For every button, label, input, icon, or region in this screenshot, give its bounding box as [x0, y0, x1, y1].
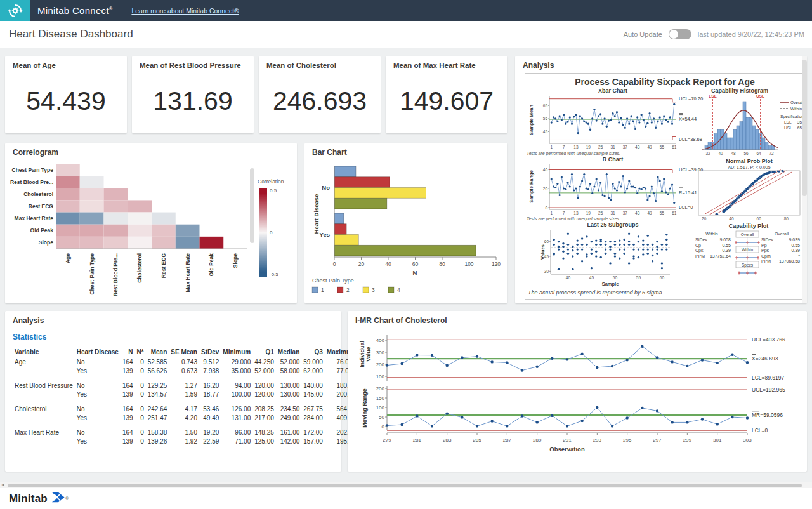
correlogram-scroll-thumb[interactable] — [250, 168, 254, 243]
table-cell: 4.17 — [169, 404, 199, 413]
svg-text:Cp: Cp — [695, 243, 701, 248]
kpi-value: 54.439 — [5, 86, 127, 116]
table-cell: 139.26 — [146, 437, 169, 446]
table-cell: 0 — [135, 413, 146, 422]
table-cell: Rest Blood Pressure — [13, 381, 75, 390]
table-cell: 139 — [121, 413, 135, 422]
sixpack-scroll-thumb[interactable] — [802, 60, 807, 196]
table-cell: 0 — [135, 390, 146, 399]
svg-text:137068.58: 137068.58 — [779, 259, 800, 263]
svg-text:Individual: Individual — [359, 341, 365, 367]
column-header: SE Mean — [169, 347, 199, 357]
table-cell: 9.512 — [199, 357, 221, 367]
table-cell: 134.57 — [146, 390, 169, 399]
svg-text:48: 48 — [731, 151, 736, 155]
table-row: AgeNo164052.5850.7439.51229.00044.25052.… — [13, 357, 358, 367]
svg-text:Old Peak: Old Peak — [208, 253, 214, 277]
table-group-gap — [13, 399, 358, 404]
minitab-connect-logo[interactable] — [0, 0, 30, 21]
svg-text:UCL=192.965: UCL=192.965 — [752, 387, 785, 393]
svg-text:Chest Pain Type: Chest Pain Type — [312, 277, 354, 284]
panel-title: I-MR Chart of Cholesterol — [355, 316, 447, 325]
svg-text:Cholesterol: Cholesterol — [23, 191, 53, 197]
kpi-value: 149.607 — [386, 86, 508, 116]
svg-text:0: 0 — [382, 424, 385, 430]
svg-text:Cpk: Cpk — [695, 248, 704, 253]
table-cell: 158.38 — [146, 428, 169, 437]
svg-text:Rest Blood Pre...: Rest Blood Pre... — [112, 253, 119, 296]
svg-text:40: 40 — [543, 168, 548, 172]
table-cell: 164 — [121, 357, 135, 367]
learn-more-link[interactable]: Learn more about Minitab Connect® — [131, 7, 239, 15]
svg-text:137752.64: 137752.64 — [710, 254, 731, 258]
table-cell: 44.250 — [252, 357, 276, 367]
table-cell: 0 — [135, 357, 146, 367]
svg-text:285: 285 — [473, 437, 481, 443]
analysis-sixpack-panel: Analysis Process Capability Sixpack Repo… — [515, 56, 807, 303]
svg-text:0.5: 0.5 — [270, 188, 277, 194]
svg-text:80: 80 — [784, 216, 789, 221]
svg-text:60: 60 — [757, 216, 762, 221]
svg-text:61: 61 — [672, 145, 677, 149]
minitab-arrow-logo-icon — [51, 491, 65, 506]
svg-text:200: 200 — [376, 362, 385, 367]
table-cell: 53.46 — [199, 404, 221, 413]
svg-text:Process Capability Sixpack Rep: Process Capability Sixpack Report for Ag… — [575, 77, 755, 87]
svg-text:No: No — [322, 184, 330, 191]
column-header: Minimum — [221, 347, 252, 357]
svg-text:55: 55 — [660, 211, 665, 215]
svg-text:301: 301 — [713, 437, 722, 443]
svg-text:1: 1 — [550, 145, 553, 149]
table-cell: 22.59 — [199, 437, 221, 446]
svg-text:Sample Mean: Sample Mean — [528, 105, 534, 135]
svg-text:Age: Age — [65, 253, 71, 263]
table-cell: 0 — [135, 381, 146, 390]
svg-text:13: 13 — [573, 145, 579, 149]
svg-text:Ppk: Ppk — [761, 248, 769, 253]
table-cell: Cholesterol — [13, 404, 75, 413]
table-cell: 125.00 — [252, 437, 276, 446]
table-cell: 172.00 — [301, 428, 325, 437]
svg-text:40: 40 — [566, 275, 571, 280]
footer-registered-mark: ® — [65, 496, 69, 501]
svg-text:287: 287 — [503, 437, 512, 443]
svg-text:Xbar Chart: Xbar Chart — [598, 88, 627, 94]
svg-text:40: 40 — [729, 216, 734, 221]
kpi-card-mean-rest-bp: Mean of Rest Blood Pressure 131.69 — [132, 56, 254, 133]
svg-text:Max Heart Rate: Max Heart Rate — [185, 253, 191, 293]
table-cell: 0 — [135, 404, 146, 413]
table-cell: 0 — [135, 437, 146, 446]
table-cell: Yes — [75, 437, 121, 446]
svg-text:64: 64 — [756, 151, 761, 155]
horizontal-scrollbar: ◄ — [0, 482, 812, 488]
svg-text:Specs: Specs — [742, 263, 754, 268]
svg-text:30: 30 — [544, 269, 549, 274]
svg-text:100: 100 — [376, 405, 385, 411]
svg-text:Slope: Slope — [39, 239, 53, 246]
toggle-knob — [669, 30, 678, 39]
svg-text:303: 303 — [743, 437, 752, 443]
table-row: Yes1390134.571.5918.77100.00120.00130.00… — [13, 390, 358, 399]
scroll-left-arrow-icon[interactable]: ◄ — [1, 482, 5, 487]
svg-text:Observation: Observation — [549, 446, 585, 453]
svg-text:LSL: LSL — [709, 94, 716, 98]
panel-title: Analysis — [523, 61, 554, 70]
table-cell: 96.00 — [221, 428, 252, 437]
svg-text:0.39: 0.39 — [791, 248, 800, 253]
svg-text:40: 40 — [385, 261, 391, 267]
svg-text:80: 80 — [439, 261, 445, 267]
horizontal-scroll-thumb[interactable] — [8, 484, 802, 487]
svg-text:*: * — [798, 254, 800, 258]
svg-text:289: 289 — [533, 437, 542, 443]
svg-text:65: 65 — [543, 103, 548, 108]
svg-text:49: 49 — [647, 145, 652, 149]
svg-text:60: 60 — [412, 261, 419, 267]
kpi-card-mean-age: Mean of Age 54.439 — [5, 56, 127, 133]
svg-text:LCL=89.6197: LCL=89.6197 — [752, 374, 785, 381]
svg-text:Heart Disease: Heart Disease — [313, 194, 320, 234]
table-cell: 284.00 — [301, 413, 325, 422]
table-header-row: VariableHeart DiseaseNN*MeanSE MeanStDev… — [13, 347, 358, 357]
svg-text:72: 72 — [769, 151, 774, 155]
auto-update-toggle[interactable] — [669, 29, 691, 39]
statistics-table: VariableHeart DiseaseNN*MeanSE MeanStDev… — [13, 347, 358, 446]
